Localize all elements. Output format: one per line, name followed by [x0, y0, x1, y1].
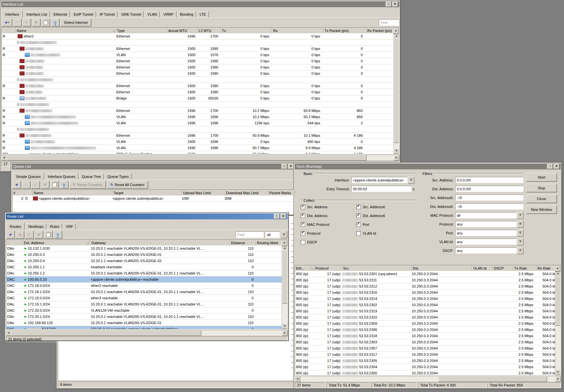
collect-option[interactable]: Protocol [301, 229, 356, 238]
comment-button[interactable] [41, 19, 50, 26]
interface-row[interactable]: R VLAN 1500 1576 0 bps 0 bps 0 0 0 b [2, 52, 394, 58]
torch-row[interactable]: 800 (ip) 17 (udp) 53.53:2300 10.250.0.3:… [295, 370, 555, 375]
interface-row[interactable]: R ether2 Ethernet 1696 1700 0 bps 0 bps … [2, 33, 394, 39]
route-row[interactable]: DAo ▶192.168.89.129 10.20.0.1 reachable … [6, 320, 282, 326]
scroll-left-icon[interactable]: ◄ [1, 155, 7, 161]
scroll-down-icon[interactable]: ▼ [282, 323, 288, 329]
action-button[interactable]: Start [526, 173, 557, 181]
horizontal-scrollbar[interactable]: ◄ ► [1, 155, 399, 160]
column-header-tx[interactable]: Tx [221, 28, 272, 33]
checkbox-icon[interactable] [301, 240, 305, 244]
route-row[interactable]: DAS ▶53.52/30 100.65.0.10 reachable <ppp… [6, 326, 282, 329]
column-picker-button[interactable]: ▼ [555, 265, 560, 272]
interface-row[interactable]: R Ethernet 1500 1580 0 bps 0 bps 0 0 0 b [2, 83, 394, 89]
checkbox-icon[interactable] [301, 205, 305, 209]
interface-row[interactable]: Ethernet 1500 1580 0 bps 0 bps 0 0 0 b [2, 89, 394, 95]
collect-option[interactable]: DSCP [301, 238, 356, 246]
route-row[interactable]: DAC ▶172.18.0.0/24 ether2 reachable 0 17 [6, 283, 282, 289]
column-header-upload[interactable]: Upload Max Limit [182, 190, 225, 196]
scroll-down-icon[interactable]: ▼ [394, 148, 399, 154]
interface-row[interactable]: R VLAN 1696 1696 50.7 Mbps 9.9 Mbps 4 18… [2, 145, 394, 151]
scrollbar-thumb[interactable] [7, 155, 367, 161]
enable-button[interactable]: ✓ [31, 181, 40, 189]
remove-button[interactable]: − [13, 19, 22, 26]
scrollbar-thumb[interactable] [11, 330, 201, 336]
tab[interactable]: Interface Queues [45, 173, 78, 180]
interface-row[interactable]: R Bridge 1500 65535 0 bps 0 bps 0 0 0 b [2, 95, 394, 102]
filter-input[interactable]: ::/0 [455, 195, 523, 201]
remove-button[interactable]: − [22, 181, 30, 189]
close-icon[interactable]: ✕ [288, 164, 294, 169]
enable-button[interactable]: ✓ [25, 231, 34, 239]
scroll-up-icon[interactable]: ▲ [555, 271, 561, 276]
route-row[interactable]: DAo ▶10.132.1.0/30 10.20.0.1 reachable V… [6, 245, 282, 252]
torch-row[interactable]: 800 (ip) 17 (udp) 53.53:2302 10.250.0.3:… [295, 302, 555, 308]
queue-row[interactable]: 0 D <pppoe-cliente.subnetpubblica> <pppo… [12, 196, 295, 202]
torch-row[interactable]: 800 (ip) 17 (udp) 53.53:2307 10.250.0.3:… [295, 345, 555, 352]
checkbox-icon[interactable] [356, 222, 361, 227]
disable-button[interactable]: ✕ [35, 231, 43, 239]
route-row[interactable]: DAo ▶172.20.1.0/24 10.20.0.1 reachable V… [6, 314, 282, 320]
torch-row[interactable]: 800 (ip) 17 (udp) 53.53:2317 10.250.0.3:… [295, 352, 555, 358]
tab[interactable]: Simple Queues [12, 173, 44, 180]
scrollbar-thumb[interactable] [394, 39, 399, 143]
column-header-l2-mtu[interactable]: L2 MTU [198, 28, 221, 33]
action-button[interactable]: Stop [526, 184, 557, 192]
route-row[interactable]: DAC ▶10.250.1.1 loopback reachable 0 10 [6, 264, 282, 270]
scroll-left-icon[interactable]: ◄ [6, 330, 11, 336]
route-row[interactable]: DAC ▶172.19.0.0/24 ether3 reachable 0 17 [6, 295, 282, 301]
scrollbar-thumb[interactable] [439, 376, 547, 382]
scrollbar-thumb[interactable] [282, 251, 288, 304]
filter-button[interactable] [54, 231, 62, 239]
column-header-type[interactable]: Type [116, 28, 167, 33]
torch-row[interactable]: 800 (ip) 17 (udp) 53.53:2311 10.250.0.3:… [295, 277, 555, 283]
column-header-actual-mtu[interactable]: Actual MTU [167, 28, 198, 33]
route-row[interactable]: DAC ▶172.20.0.0/24 VLAN128-VM reachable … [6, 307, 282, 314]
column-header-distance[interactable]: Distance [230, 240, 256, 245]
add-button[interactable]: + [12, 181, 21, 189]
comment-button[interactable] [44, 231, 53, 239]
route-row[interactable]: DAo ▶172.18.1.0/24 10.20.0.1 reachable V… [6, 289, 282, 295]
interface-row[interactable]: R Ethernet 1696 1700 10.2 Mbps 50.8 Mbps… [2, 108, 394, 114]
close-icon[interactable]: ✕ [554, 164, 559, 169]
remove-button[interactable]: − [16, 231, 24, 239]
interface-row[interactable]: R Ethernet 1696 1700 50.9 Mbps 10.1 Mbps… [2, 133, 394, 139]
interface-row[interactable] [2, 126, 394, 133]
torch-row[interactable]: 800 (ip) 17 (udp) 53.53:2318 10.250.0.3:… [295, 333, 555, 339]
column-header-packet-marks[interactable]: Packet Marks [268, 190, 295, 196]
filter-input[interactable]: 0.0.0.0/0 [455, 186, 523, 192]
tab[interactable]: Rules [47, 223, 62, 229]
dropdown-icon[interactable]: ▼ [517, 238, 523, 245]
column-header-protocol[interactable]: Protocol [314, 265, 342, 271]
torch-row[interactable]: 800 (ip) 17 (udp) 53.53:2304 10.250.0.3:… [295, 364, 555, 370]
scroll-right-icon[interactable]: ► [282, 330, 288, 336]
tab[interactable]: EoIP Tunnel [71, 11, 96, 17]
scroll-left-icon[interactable]: ◄ [295, 376, 300, 382]
checkbox-icon[interactable] [356, 205, 361, 209]
filter-button[interactable] [60, 181, 68, 189]
tab[interactable]: Queue Types [105, 173, 132, 180]
tab[interactable]: GRE Tunnel [118, 11, 144, 17]
route-row[interactable]: DAC ▶100.65.0.10 <pppoe-cliente.subnetpu… [6, 276, 282, 283]
column-header-flags[interactable] [2, 28, 16, 33]
interface-row[interactable]: R VLAN 1500 1696 0 bps 400 bps 0 1 0 b [2, 139, 394, 145]
maximize-icon[interactable]: □ [386, 2, 391, 7]
scroll-right-icon[interactable]: ► [394, 155, 399, 161]
torch-row[interactable]: 800 (ip) 17 (udp) 53.53:2303 10.250.0.3:… [295, 339, 555, 345]
tab[interactable]: Nexthops [25, 223, 46, 229]
column-header-flags[interactable] [6, 240, 23, 245]
disable-button[interactable]: ✕ [32, 19, 41, 26]
dropdown-icon[interactable]: ▼ [517, 212, 523, 219]
maximize-icon[interactable]: □ [281, 164, 287, 169]
maximize-icon[interactable]: □ [274, 214, 280, 219]
collect-option[interactable]: Dst. Address6 [356, 211, 416, 220]
interface-row[interactable] [2, 77, 394, 83]
interface-row[interactable]: R VLAN 1696 1696 1296 bps 544 bps 2 1 0 … [2, 120, 394, 126]
interface-row[interactable]: Ethernet 1500 1580 0 bps 0 bps 0 0 0 b [2, 64, 394, 71]
filter-input[interactable]: any [455, 247, 517, 254]
disable-button[interactable]: ✕ [41, 181, 49, 189]
comment-button[interactable] [50, 181, 59, 189]
collect-option[interactable]: Src. Address [301, 202, 356, 211]
filter-button[interactable] [51, 19, 59, 26]
action-button[interactable]: New Window [526, 205, 557, 214]
